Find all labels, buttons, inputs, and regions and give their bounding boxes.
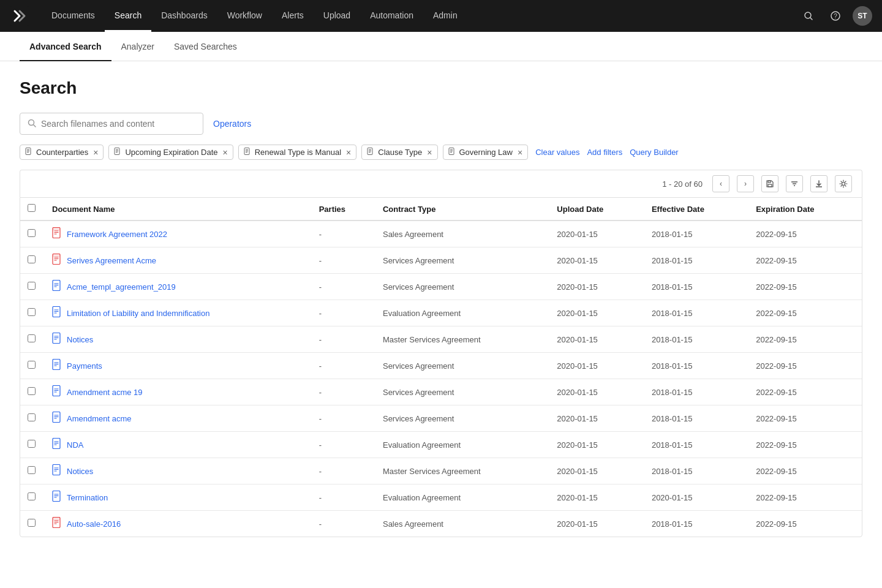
row-doc-name-1: Serives Agreement Acme: [45, 247, 312, 274]
clear-values-button[interactable]: Clear values: [535, 148, 579, 157]
nav-alerts[interactable]: Alerts: [272, 0, 314, 32]
doc-link-0[interactable]: Framework Agreement 2022: [52, 227, 304, 241]
row-checkbox-0[interactable]: [28, 229, 36, 237]
doc-link-1[interactable]: Serives Agreement Acme: [52, 254, 304, 267]
save-search-button[interactable]: [761, 175, 778, 192]
table-row: Termination - Evaluation Agreement 2020-…: [20, 484, 862, 511]
row-checkbox-8[interactable]: [28, 440, 36, 448]
row-upload-date-0: 2020-01-15: [549, 221, 644, 247]
doc-link-9[interactable]: Notices: [52, 464, 304, 478]
row-checkbox-cell: [20, 247, 45, 274]
row-upload-date-11: 2020-01-15: [549, 511, 644, 537]
row-checkbox-9[interactable]: [28, 466, 36, 474]
table-row: Limitation of Liability and Indemnificat…: [20, 300, 862, 326]
chip-close-3[interactable]: ×: [427, 148, 432, 157]
doc-link-2[interactable]: Acme_templ_agreement_2019: [52, 280, 304, 293]
doc-type-icon-0: [52, 227, 62, 241]
search-input[interactable]: [41, 119, 195, 129]
download-button[interactable]: [810, 175, 827, 192]
row-checkbox-2[interactable]: [28, 282, 36, 290]
doc-name-text-7: Amendment acme: [67, 414, 132, 423]
doc-type-icon-11: [52, 517, 62, 530]
row-checkbox-6[interactable]: [28, 387, 36, 395]
chip-close-4[interactable]: ×: [518, 148, 522, 157]
pagination-end: 20: [674, 179, 682, 189]
doc-type-icon-6: [52, 385, 62, 399]
doc-type-icon-4: [52, 333, 62, 346]
row-contract-type-2: Services Agreement: [375, 274, 549, 300]
doc-type-icon-9: [52, 464, 62, 478]
table-row: Notices - Master Services Agreement 2020…: [20, 458, 862, 484]
row-checkbox-7[interactable]: [28, 413, 36, 421]
doc-link-11[interactable]: Auto-sale-2016: [52, 517, 304, 530]
row-upload-date-4: 2020-01-15: [549, 326, 644, 353]
tab-advanced-search[interactable]: Advanced Search: [20, 32, 111, 61]
operators-button[interactable]: Operators: [213, 119, 251, 129]
nav-right: ? ST: [799, 6, 872, 26]
doc-link-8[interactable]: NDA: [52, 438, 304, 451]
select-all-checkbox[interactable]: [28, 204, 36, 212]
row-checkbox-11[interactable]: [28, 519, 36, 527]
filter-chip-counterparties: Counterparties ×: [20, 145, 104, 160]
col-parties[interactable]: Parties: [312, 198, 375, 221]
help-icon: ?: [831, 11, 840, 21]
row-checkbox-3[interactable]: [28, 308, 36, 316]
results-table-wrap: Document Name Parties Contract Type Uplo…: [20, 197, 862, 537]
row-checkbox-5[interactable]: [28, 361, 36, 369]
filter-chip-renewal: Renewal Type is Manual ×: [238, 145, 357, 160]
doc-link-4[interactable]: Notices: [52, 333, 304, 346]
table-row: Auto-sale-2016 - Sales Agreement 2020-01…: [20, 511, 862, 537]
logo[interactable]: [10, 6, 29, 26]
user-avatar[interactable]: ST: [853, 6, 872, 26]
chip-doc-icon-4: [448, 148, 456, 157]
chip-close-2[interactable]: ×: [346, 148, 351, 157]
prev-page-button[interactable]: ‹: [712, 175, 729, 192]
doc-link-5[interactable]: Payments: [52, 359, 304, 372]
filter-chip-clause: Clause Type ×: [361, 145, 437, 160]
search-button[interactable]: [799, 6, 818, 26]
row-expiration-date-8: 2022-09-15: [748, 432, 862, 458]
tab-analyzer[interactable]: Analyzer: [111, 32, 164, 61]
search-input-wrap[interactable]: [20, 113, 203, 135]
doc-name-text-8: NDA: [67, 440, 83, 450]
row-effective-date-7: 2018-01-15: [644, 405, 748, 432]
doc-link-7[interactable]: Amendment acme: [52, 412, 304, 425]
col-effective-date[interactable]: Effective Date: [644, 198, 748, 221]
chip-close-0[interactable]: ×: [93, 148, 98, 157]
col-upload-date[interactable]: Upload Date: [549, 198, 644, 221]
help-button[interactable]: ?: [826, 6, 845, 26]
query-builder-button[interactable]: Query Builder: [630, 148, 678, 157]
sort-columns-button[interactable]: [786, 175, 803, 192]
row-checkbox-4[interactable]: [28, 334, 36, 342]
tab-saved-searches[interactable]: Saved Searches: [164, 32, 247, 61]
col-expiration-date[interactable]: Expiration Date: [748, 198, 862, 221]
nav-search[interactable]: Search: [105, 0, 151, 32]
nav-admin[interactable]: Admin: [423, 0, 467, 32]
next-page-button[interactable]: ›: [737, 175, 754, 192]
doc-type-icon-5: [52, 359, 62, 372]
nav-documents[interactable]: Documents: [42, 0, 105, 32]
nav-automation[interactable]: Automation: [360, 0, 423, 32]
doc-type-icon-8: [52, 438, 62, 451]
nav-dashboards[interactable]: Dashboards: [151, 0, 217, 32]
doc-link-10[interactable]: Termination: [52, 491, 304, 504]
row-upload-date-3: 2020-01-15: [549, 300, 644, 326]
row-expiration-date-6: 2022-09-15: [748, 379, 862, 405]
row-checkbox-1[interactable]: [28, 255, 36, 263]
add-filters-button[interactable]: Add filters: [587, 148, 622, 157]
save-icon: [766, 179, 774, 188]
chip-close-1[interactable]: ×: [223, 148, 228, 157]
svg-text:?: ?: [834, 13, 837, 20]
search-icon: [804, 11, 813, 21]
col-document-name[interactable]: Document Name: [45, 198, 312, 221]
col-contract-type[interactable]: Contract Type: [375, 198, 549, 221]
doc-link-6[interactable]: Amendment acme 19: [52, 385, 304, 399]
filter-actions: Clear values Add filters Query Builder: [535, 148, 679, 157]
nav-workflow[interactable]: Workflow: [217, 0, 272, 32]
doc-type-icon-10: [52, 491, 62, 504]
doc-link-3[interactable]: Limitation of Liability and Indemnificat…: [52, 306, 304, 320]
search-magnifier-icon: [28, 119, 36, 129]
row-checkbox-10[interactable]: [28, 492, 36, 500]
nav-upload[interactable]: Upload: [314, 0, 360, 32]
settings-button[interactable]: [835, 175, 852, 192]
